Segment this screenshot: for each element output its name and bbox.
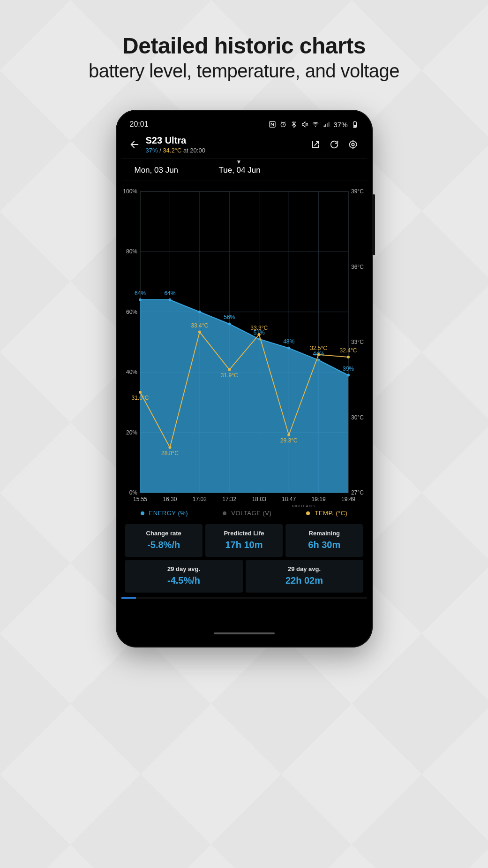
subtitle-sep: / [158,147,163,154]
svg-text:32.5°C: 32.5°C [310,345,327,351]
svg-text:100%: 100% [123,188,137,195]
alarm-icon [279,121,287,128]
svg-point-52 [317,359,320,362]
back-button[interactable] [125,135,144,154]
svg-point-41 [139,298,142,301]
svg-rect-5 [354,121,355,122]
svg-text:33.4°C: 33.4°C [191,322,208,329]
bluetooth-icon [290,121,298,128]
svg-point-68 [317,353,320,356]
card-label: 29 day avg. [248,565,361,572]
svg-text:19:49: 19:49 [341,496,355,503]
svg-text:16:30: 16:30 [163,496,177,503]
svg-text:39%: 39% [342,365,353,372]
mute-icon [301,121,308,128]
svg-point-66 [287,434,290,436]
date-tabs[interactable]: ▼ Mon, 03 Jun Tue, 04 Jun [121,159,367,181]
card-value: -5.8%/h [127,540,201,550]
device-name: S23 Ultra [146,135,306,146]
svg-text:48%: 48% [283,338,294,345]
refresh-button[interactable] [325,135,344,154]
svg-point-58 [168,446,171,449]
svg-text:32.4°C: 32.4°C [339,347,357,354]
svg-rect-4 [354,125,356,127]
svg-point-70 [347,356,350,358]
card-remaining[interactable]: Remaining 6h 30m [285,524,363,557]
tab-day-1[interactable]: Mon, 03 Jun [121,166,206,175]
right-axis-label: RIGHT AXIS [292,504,315,508]
svg-text:39°C: 39°C [351,188,364,195]
date-marker-icon: ▼ [236,159,242,165]
gear-icon [348,139,358,150]
history-chart[interactable]: 0%20%40%60%80%100%27°C30°C33°C36°C39°C15… [121,188,367,507]
card-predicted-life[interactable]: Predicted Life 17h 10m [205,524,283,557]
svg-text:30°C: 30°C [351,414,364,421]
svg-text:20%: 20% [126,429,137,436]
svg-text:15:55: 15:55 [133,496,147,503]
tab-day-2[interactable]: Tue, 04 Jun [206,166,290,175]
battery-icon [351,121,359,128]
svg-point-45 [198,311,201,313]
svg-text:80%: 80% [126,248,137,255]
svg-text:40%: 40% [126,369,137,375]
settings-button[interactable] [344,135,362,154]
card-label: Predicted Life [207,530,281,537]
svg-text:17:32: 17:32 [222,496,236,503]
card-label: 29 day avg. [127,565,241,572]
signal-icon [323,121,330,128]
nav-pill[interactable] [214,632,275,634]
appbar-title-block: S23 Ultra 37% / 34.2°C at 20:00 [144,135,306,154]
svg-text:17:02: 17:02 [192,496,206,503]
svg-point-43 [168,298,171,301]
status-battery-text: 37% [333,121,347,129]
legend-temp[interactable]: TEMP. (°C) [306,510,347,517]
svg-point-54 [347,374,350,377]
svg-point-6 [352,143,354,146]
refresh-icon [329,139,339,150]
svg-text:0%: 0% [129,489,137,496]
legend-energy[interactable]: ENERGY (%) [141,510,188,517]
subtitle-tail: at 20:00 [181,147,205,154]
nfc-icon [269,121,276,128]
status-time: 20:01 [130,120,149,129]
svg-text:18:03: 18:03 [252,496,266,503]
dot-icon [141,511,144,515]
share-icon [310,139,321,150]
svg-point-56 [139,391,142,394]
svg-point-46 [228,322,231,325]
svg-text:60%: 60% [126,309,137,315]
svg-point-64 [257,333,260,336]
card-value: 17h 10m [207,540,281,550]
svg-text:33°C: 33°C [351,339,364,345]
subtitle-temp: 34.2°C [163,147,181,154]
wifi-icon [312,121,319,128]
phone-screen: 20:01 37% S23 Ultra 37% / 34.2°C at 20:0… [121,116,367,637]
legend-energy-label: ENERGY (%) [149,510,188,517]
summary-cards-row2: 29 day avg. -4.5%/h 29 day avg. 22h 02m [121,560,367,593]
share-button[interactable] [306,135,325,154]
svg-text:31.9°C: 31.9°C [220,372,238,379]
svg-point-50 [287,347,290,350]
subtitle-percent: 37% [146,147,158,154]
card-29day-rate[interactable]: 29 day avg. -4.5%/h [125,560,243,593]
dot-icon [306,511,310,515]
svg-text:36°C: 36°C [351,264,364,270]
marketing-title: Detailed historic charts [89,33,399,59]
card-29day-life[interactable]: 29 day avg. 22h 02m [246,560,363,593]
svg-text:18:47: 18:47 [282,496,296,503]
back-arrow-icon [129,139,140,150]
svg-text:29.3°C: 29.3°C [280,437,297,444]
svg-text:31.0°C: 31.0°C [131,395,149,401]
card-value: 6h 30m [287,540,361,550]
svg-text:19:19: 19:19 [311,496,325,503]
dot-icon [223,511,226,515]
svg-point-60 [198,331,201,334]
svg-text:64%: 64% [134,290,145,297]
card-change-rate[interactable]: Change rate -5.8%/h [125,524,203,557]
card-label: Change rate [127,530,201,537]
app-bar: S23 Ultra 37% / 34.2°C at 20:00 [121,132,367,159]
phone-frame: 20:01 37% S23 Ultra 37% / 34.2°C at 20:0… [116,110,373,647]
card-label: Remaining [287,530,361,537]
legend-voltage[interactable]: VOLTAGE (V) [223,510,271,517]
status-bar: 20:01 37% [121,116,367,132]
